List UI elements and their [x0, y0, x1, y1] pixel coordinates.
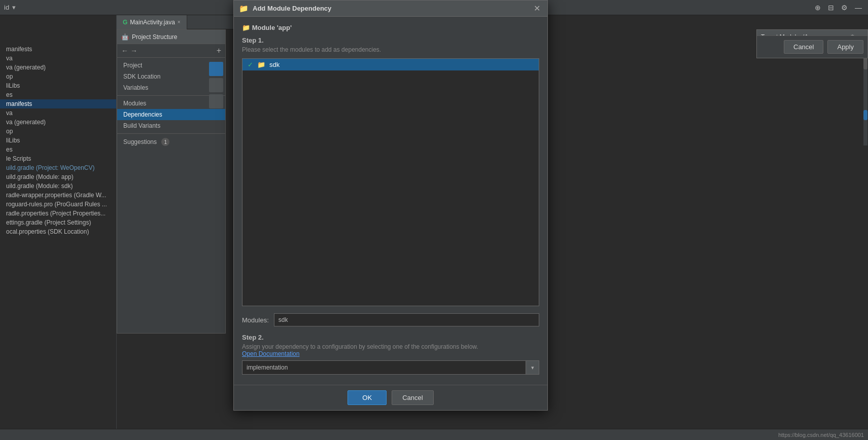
apply-ps-button[interactable]: Apply	[827, 40, 863, 54]
sidebar-item-build-gradle-sdk[interactable]: uild.gradle (Module: sdk)	[0, 181, 116, 191]
configuration-dropdown[interactable]: implementation api compileOnly runtimeOn…	[242, 360, 526, 375]
file-tree-sidebar: manifests va va (generated) op liLibs es…	[0, 15, 117, 440]
ok-button[interactable]: OK	[348, 390, 387, 405]
sidebar-item-build-gradle-proj[interactable]: uild.gradle (Project: WeOpenCV)	[0, 163, 116, 172]
target-actions: Cancel Apply	[757, 35, 867, 58]
gear-icon[interactable]: ⚙	[839, 3, 850, 13]
ps-item-suggestions[interactable]: Suggestions 1	[117, 136, 225, 148]
status-bar: https://blog.csdn.net/qq_43616001	[0, 429, 868, 440]
step1-desc: Please select the modules to add as depe…	[242, 46, 539, 53]
sidebar-item-op2[interactable]: op	[0, 127, 116, 136]
forward-btn[interactable]: →	[130, 47, 137, 55]
sidebar-item-op[interactable]: op	[0, 72, 116, 81]
horizontal-split-icon[interactable]: ⊟	[826, 3, 836, 13]
dialog-body: 📁 Module 'app' Step 1. Please select the…	[234, 17, 547, 385]
ps-item-build-variants[interactable]: Build Variants	[117, 120, 225, 131]
tab-mainactivity[interactable]: G MainActivity.java ×	[117, 15, 187, 29]
dialog-title: Add Module Dependency	[253, 5, 528, 12]
sidebar-item-proguard[interactable]: roguard-rules.pro (ProGuard Rules ...	[0, 200, 116, 209]
tab-label: MainActivity.java	[130, 19, 175, 26]
sidebar-item-settings-gradle[interactable]: ettings.gradle (Project Settings)	[0, 218, 116, 227]
sidebar-item-va[interactable]: va	[0, 54, 116, 63]
sidebar-item-va-gen2[interactable]: va (generated)	[0, 118, 116, 127]
suggestions-badge: 1	[161, 138, 169, 146]
tab-icon: G	[123, 19, 127, 26]
globe-icon[interactable]: ⊕	[813, 3, 823, 13]
sidebar-item-va-generated[interactable]: va (generated)	[0, 63, 116, 72]
module-icon: 📁	[239, 4, 249, 13]
sidebar-item-es[interactable]: es	[0, 90, 116, 99]
sidebar-item-manifests[interactable]: manifests	[0, 45, 116, 54]
module-row-sdk[interactable]: ✓ 📁 sdk	[242, 59, 539, 70]
dropdown-icon[interactable]: ▾	[12, 4, 16, 11]
status-url: https://blog.csdn.net/qq_43616001	[778, 432, 864, 438]
step2-header: Step 2.	[242, 334, 539, 341]
minimize-icon[interactable]: —	[853, 3, 864, 13]
sidebar-item-es2[interactable]: es	[0, 145, 116, 154]
tab-close-icon[interactable]: ×	[178, 19, 181, 25]
dialog-title-bar: 📁 Add Module Dependency ✕	[234, 1, 547, 17]
sidebar-item-build-gradle-app[interactable]: uild.gradle (Module: app)	[0, 172, 116, 181]
ps-title: Project Structure	[132, 33, 177, 41]
config-select-row: implementation api compileOnly runtimeOn…	[242, 360, 539, 375]
step1-header: Step 1.	[242, 36, 539, 44]
sidebar-item-va2[interactable]: va	[0, 108, 116, 118]
ps-header: 🤖 Project Structure	[117, 30, 225, 44]
module-folder-icon-sdk: 📁	[257, 61, 265, 68]
sidebar-item-liLibs[interactable]: liLibs	[0, 81, 116, 90]
step2-desc: Assign your dependency to a configuratio…	[242, 343, 539, 357]
ps-nav: ← → +	[117, 44, 225, 58]
dropdown-arrow-btn[interactable]: ▾	[526, 360, 539, 375]
add-btn[interactable]: +	[217, 46, 221, 55]
ide-background: id ▾ ⊕ ⊟ ⚙ — G MainActivity.java × manif…	[0, 0, 868, 440]
cancel-button[interactable]: Cancel	[392, 390, 433, 405]
sidebar-item-gradle-properties[interactable]: radle.properties (Project Properties...	[0, 209, 116, 218]
module-folder-icon: 📁	[242, 24, 250, 31]
sidebar-item-manifests2[interactable]: manifests	[0, 99, 116, 108]
modules-input[interactable]	[274, 313, 539, 326]
back-btn[interactable]: ←	[121, 47, 128, 55]
modules-label: Modules:	[242, 316, 269, 324]
dialog-bottom-buttons: OK Cancel	[234, 385, 547, 410]
dialog-close-btn[interactable]: ✕	[532, 4, 542, 13]
modules-list[interactable]: ✓ 📁 sdk	[242, 58, 539, 306]
check-icon: ✓	[248, 61, 253, 68]
sidebar-item-local-properties[interactable]: ocal.properties (SDK Location)	[0, 227, 116, 236]
project-name-label: id	[4, 4, 9, 11]
sidebar-item-gradle-wrapper[interactable]: radle-wrapper.properties (Gradle W...	[0, 191, 116, 200]
module-name-label: 📁 Module 'app'	[242, 24, 539, 31]
add-module-dependency-dialog: 📁 Add Module Dependency ✕ 📁 Module 'app'…	[233, 0, 548, 411]
cancel-ps-button[interactable]: Cancel	[784, 40, 823, 54]
modules-field-row: Modules:	[242, 313, 539, 326]
module-block-1[interactable]	[209, 62, 223, 76]
target-modules-dialog: Target Modules/A... ⚙ — 📁 app Cancel App…	[756, 29, 868, 58]
sidebar-item-scripts[interactable]: le Scripts	[0, 154, 116, 163]
project-structure-panel: 🤖 Project Structure ← → + Project SDK Lo…	[117, 29, 226, 334]
module-name-sdk: sdk	[269, 61, 280, 68]
sidebar-item-liLibs2[interactable]: liLibs	[0, 136, 116, 145]
android-icon: 🤖	[121, 33, 129, 41]
module-block-2[interactable]	[209, 78, 223, 92]
open-documentation-link[interactable]: Open Documentation	[242, 350, 299, 357]
module-block-3[interactable]	[209, 94, 223, 108]
